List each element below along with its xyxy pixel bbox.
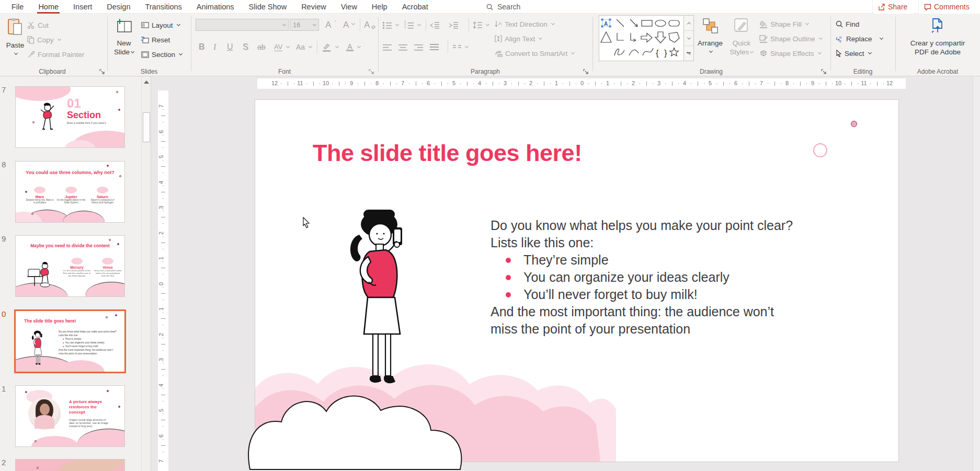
- font-size-chevron: [313, 22, 316, 26]
- line-spacing-button[interactable]: [473, 19, 489, 31]
- slide-thumbnail-11[interactable]: A picture always reinforces the concept …: [15, 385, 125, 447]
- outlined-cloud-shape[interactable]: [243, 370, 473, 470]
- shape-outline-button[interactable]: Shape Outline: [759, 32, 822, 45]
- shape-effects-button[interactable]: Shape Effects: [759, 47, 821, 60]
- gallery-scroll-down[interactable]: [684, 31, 693, 46]
- scrollbar-up-arrow[interactable]: [143, 78, 150, 86]
- slide-thumbnail-10-selected[interactable]: The slide title goes here! Do you know w…: [14, 309, 126, 373]
- slide-thumbnail-7[interactable]: 01 Section Enter a subtitle here if you …: [15, 86, 125, 148]
- group-label-font: Font: [248, 68, 321, 75]
- shape-fill-button[interactable]: Shape Fill: [759, 18, 808, 30]
- slide-title-textbox[interactable]: The slide title goes here!: [313, 140, 582, 167]
- slide-thumbnail-8[interactable]: You could use three columns, why not? Ma…: [15, 161, 125, 223]
- bullets-button[interactable]: [383, 19, 398, 31]
- tab-file[interactable]: File: [4, 0, 31, 14]
- justify-button[interactable]: [430, 41, 439, 53]
- italic-button[interactable]: I: [213, 41, 216, 53]
- new-slide-button[interactable]: New Slide: [111, 16, 137, 64]
- tab-acrobat[interactable]: Acrobat: [395, 0, 436, 14]
- slide-body-textbox[interactable]: Do you know what helps you make your poi…: [491, 217, 851, 338]
- find-icon: [836, 20, 843, 28]
- bullet-dot: [506, 258, 511, 263]
- vertical-ruler[interactable]: 765432101234567: [158, 90, 168, 471]
- clipboard-dialog-launcher[interactable]: [99, 69, 105, 75]
- cut-button[interactable]: Cut: [27, 19, 49, 31]
- canvas-vertical-scrollbar[interactable]: [973, 77, 980, 471]
- arrange-button[interactable]: Arrange: [696, 16, 725, 64]
- font-name-combobox[interactable]: [196, 19, 289, 31]
- align-left-button[interactable]: [383, 41, 392, 53]
- text-shadow-button[interactable]: S: [243, 41, 248, 53]
- font-dialog-launcher[interactable]: [369, 69, 374, 75]
- convert-to-smartart-button[interactable]: Convert to SmartArt: [495, 47, 574, 60]
- replace-button[interactable]: bc Replace: [836, 32, 883, 45]
- bullet-item: You’ll never forget to buy milk!: [491, 286, 851, 303]
- align-right-button[interactable]: [414, 41, 423, 53]
- comments-button[interactable]: Comments: [918, 0, 980, 14]
- shape-textbox-selected: A: [601, 19, 611, 28]
- bullet-dot: [506, 292, 511, 297]
- align-right-icon: [414, 44, 423, 51]
- tab-help[interactable]: Help: [364, 0, 395, 14]
- eraser-icon: [371, 25, 376, 29]
- tab-view[interactable]: View: [334, 0, 364, 14]
- find-button[interactable]: Find: [836, 18, 859, 30]
- group-separator: [592, 17, 593, 71]
- share-button[interactable]: Share: [872, 0, 913, 14]
- align-text-button[interactable]: Align Text: [495, 32, 542, 45]
- decrease-font-size-button[interactable]: A: [343, 19, 355, 31]
- tab-transitions[interactable]: Transitions: [138, 0, 189, 14]
- numbering-button[interactable]: [405, 19, 420, 31]
- tab-home[interactable]: Home: [31, 0, 66, 14]
- font-color-button[interactable]: A: [346, 41, 360, 53]
- increase-indent-button[interactable]: [449, 19, 458, 31]
- clear-formatting-button[interactable]: A: [364, 19, 376, 31]
- underline-button[interactable]: U: [227, 41, 233, 53]
- tab-design[interactable]: Design: [99, 0, 138, 14]
- change-case-button[interactable]: Aa: [296, 41, 312, 53]
- bold-button[interactable]: B: [199, 41, 205, 53]
- search-input[interactable]: Search: [486, 0, 520, 14]
- bullets-icon: [383, 22, 392, 29]
- slide-thumbnail-12[interactable]: [15, 459, 125, 471]
- paste-button[interactable]: Paste: [4, 16, 26, 64]
- decrease-indent-button[interactable]: [430, 19, 439, 31]
- shape-oval: [655, 20, 666, 27]
- section-button[interactable]: Section: [141, 48, 182, 61]
- tab-animations[interactable]: Animations: [189, 0, 242, 14]
- select-button[interactable]: Select: [836, 47, 871, 60]
- thumbnail-title: You could use three columns, why not?: [16, 170, 124, 175]
- gallery-scroll-up[interactable]: [684, 16, 693, 31]
- layout-button[interactable]: Layout: [141, 19, 180, 31]
- comments-icon: [924, 4, 931, 10]
- slide-thumbnail-9[interactable]: Maybe you need to divide the content Mer…: [15, 235, 125, 297]
- gallery-more-button[interactable]: [684, 46, 693, 61]
- thumbnail-subtitle: Enter a subtitle here if you need it: [67, 121, 119, 124]
- paste-clipboard-icon: [7, 18, 23, 38]
- text-direction-icon: A: [495, 20, 502, 28]
- search-label: Search: [497, 3, 520, 11]
- copy-button[interactable]: Copy: [27, 33, 61, 46]
- create-pdf-button[interactable]: Crear y compartir PDF de Adobe: [901, 16, 975, 64]
- columns-button[interactable]: [453, 41, 468, 53]
- paragraph-dialog-launcher[interactable]: [583, 69, 589, 75]
- character-spacing-button[interactable]: AV: [274, 41, 289, 53]
- strikethrough-button[interactable]: ab: [257, 41, 266, 53]
- font-size-combobox[interactable]: 16: [290, 19, 319, 31]
- increase-font-size-button[interactable]: Aˆ: [325, 19, 336, 31]
- thumbnail-pane-scrollbar[interactable]: [141, 77, 151, 471]
- horizontal-ruler[interactable]: 1211109876543210123456789101112: [257, 78, 906, 89]
- reset-button[interactable]: Reset: [141, 33, 170, 46]
- scrollbar-thumb[interactable]: [143, 112, 150, 142]
- align-center-button[interactable]: [398, 41, 407, 53]
- shape-arc: [629, 50, 639, 55]
- tab-review[interactable]: Review: [294, 0, 334, 14]
- tab-slideshow[interactable]: Slide Show: [242, 0, 294, 14]
- text-direction-button[interactable]: A Text Direction: [495, 18, 554, 30]
- highlight-color-button[interactable]: [322, 41, 338, 53]
- layout-icon: [141, 22, 149, 28]
- tab-insert[interactable]: Insert: [66, 0, 99, 14]
- format-painter-button[interactable]: Format Painter: [27, 48, 84, 61]
- shapes-gallery[interactable]: A { }: [599, 15, 684, 61]
- quick-styles-button[interactable]: Quick Styles: [728, 16, 755, 64]
